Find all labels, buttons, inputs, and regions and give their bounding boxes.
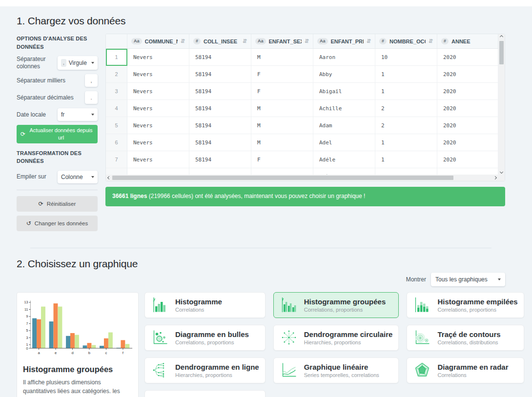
scroll-left-icon[interactable] — [107, 176, 111, 179]
table-cell[interactable]: 2020 — [437, 100, 498, 117]
table-cell[interactable]: F — [251, 168, 313, 175]
table-cell[interactable]: M — [251, 49, 313, 66]
table-cell[interactable]: 58194 — [189, 49, 251, 66]
column-name: ANNEE — [451, 39, 491, 44]
table-cell[interactable]: F — [251, 66, 313, 83]
stack-on-select[interactable]: Colonne — [58, 171, 98, 183]
table-cell[interactable]: 2020 — [437, 49, 498, 66]
chart-card-radar[interactable]: Diagramme en radar Correlations — [407, 357, 524, 383]
option-select[interactable]: fr — [58, 108, 98, 121]
column-name: ENFANT_SEXE — [269, 39, 302, 44]
table-cell[interactable]: Nevers — [127, 151, 189, 168]
vertical-scrollbar[interactable] — [498, 34, 505, 175]
option-select[interactable]: , Virgule — [58, 56, 98, 70]
table-cell[interactable]: 2 — [375, 100, 437, 117]
chart-card-stacked-bars[interactable]: Histogramme empilées Correlations, propo… — [407, 292, 524, 318]
table-cell[interactable]: 2020 — [437, 117, 498, 134]
chart-card-bars[interactable]: Histogramme Correlations — [144, 292, 266, 318]
refresh-from-url-button[interactable]: ⟳ Actualiser données depuis url — [17, 125, 98, 143]
row-number-cell[interactable]: 3 — [106, 83, 127, 100]
table-cell[interactable]: Nevers — [127, 168, 189, 175]
table-cell[interactable]: 2020 — [437, 66, 498, 83]
table-cell[interactable]: 10 — [375, 49, 437, 66]
table-cell[interactable]: 2020 — [437, 168, 498, 175]
column-header[interactable]: # COLL_INSEE ⇵ — [189, 34, 251, 48]
option-text-input[interactable]: , — [85, 74, 98, 87]
column-header[interactable]: Aa COMMUNE_NOM ⇵ — [127, 34, 189, 48]
svg-text:9: 9 — [26, 315, 28, 318]
chart-card-linear-dendrogram[interactable]: Dendrogramme en ligne Hierarchies, propo… — [144, 357, 266, 383]
table-cell[interactable]: 1 — [375, 66, 437, 83]
sort-icon[interactable]: ⇵ — [429, 38, 433, 44]
row-number-cell[interactable]: 8 — [106, 168, 127, 175]
table-cell[interactable]: 58194 — [189, 100, 251, 117]
sort-icon[interactable]: ⇵ — [243, 38, 247, 44]
chart-card-sunburst[interactable]: Diagramme sunburst — [144, 390, 266, 397]
chart-filter-select[interactable]: Tous les graphiques — [431, 273, 505, 286]
table-cell[interactable]: Nevers — [127, 66, 189, 83]
column-header[interactable]: # NOMBRE_OCC... ⇵ — [375, 34, 437, 48]
table-cell[interactable]: M — [251, 134, 313, 151]
sort-icon[interactable]: ⇵ — [181, 38, 185, 44]
table-cell[interactable]: Abby — [313, 66, 375, 83]
chart-card-circular-dendrogram[interactable]: Dendrogramme circulaire Hierarchies, pro… — [273, 325, 399, 351]
table-cell[interactable]: 58194 — [189, 168, 251, 175]
table-cell[interactable]: Nevers — [127, 100, 189, 117]
row-number-cell[interactable]: 1 — [106, 49, 127, 66]
table-cell[interactable]: Nevers — [127, 49, 189, 66]
column-header[interactable]: Aa ENFANT_SEXE ⇵ — [251, 34, 313, 48]
column-header[interactable]: # ANNEE — [437, 34, 498, 48]
table-cell[interactable]: F — [251, 83, 313, 100]
change-data-button[interactable]: ↺ Changer les données — [17, 216, 98, 231]
scroll-up-icon[interactable] — [500, 35, 503, 39]
horizontal-scrollbar[interactable] — [106, 175, 498, 181]
table-cell[interactable]: Adéle — [313, 151, 375, 168]
table-cell[interactable]: 58194 — [189, 117, 251, 134]
table-cell[interactable]: Adam — [313, 117, 375, 134]
chart-card-grouped-bars[interactable]: Histogramme groupées Correlations, propo… — [273, 292, 399, 318]
table-cell[interactable]: 2 — [375, 168, 437, 175]
table-cell[interactable]: 2020 — [437, 134, 498, 151]
chart-card-bubbles[interactable]: Diagramme en bulles Correlations, propor… — [144, 325, 266, 351]
table-cell[interactable]: Nevers — [127, 134, 189, 151]
table-cell[interactable]: 2 — [375, 117, 437, 134]
table-cell[interactable]: 1 — [375, 151, 437, 168]
table-cell[interactable]: Abigaïl — [313, 83, 375, 100]
row-number-cell[interactable]: 6 — [106, 134, 127, 151]
table-row: 5 Nevers58194MAdam22020 — [106, 117, 498, 134]
reset-button[interactable]: ⟳ Réinitialiser — [17, 196, 98, 212]
table-cell[interactable]: 58194 — [189, 151, 251, 168]
table-cell[interactable]: Adel — [313, 134, 375, 151]
table-cell[interactable]: 1 — [375, 134, 437, 151]
row-number-cell[interactable]: 4 — [106, 100, 127, 117]
table-cell[interactable]: 58194 — [189, 83, 251, 100]
table-cell[interactable]: 2020 — [437, 83, 498, 100]
table-cell[interactable]: 1 — [375, 83, 437, 100]
sort-icon[interactable]: ⇵ — [367, 38, 371, 44]
table-cell[interactable]: Aaron — [313, 49, 375, 66]
table-cell[interactable]: 2020 — [437, 151, 498, 168]
horizontal-scroll-thumb[interactable] — [112, 176, 453, 180]
chart-card-line-chart[interactable]: Graphique linéaire Series temporelles, c… — [273, 357, 399, 383]
chart-card-contours[interactable]: Traçé de contours Correlations, distribu… — [407, 325, 524, 351]
table-cell[interactable]: Nevers — [127, 117, 189, 134]
column-header[interactable]: Aa ENFANT_PREN... ⇵ — [313, 34, 375, 48]
scroll-right-icon[interactable] — [493, 176, 497, 179]
table-cell[interactable]: M — [251, 117, 313, 134]
option-text-input[interactable]: . — [85, 91, 98, 104]
table-cell[interactable]: F — [251, 151, 313, 168]
table-cell[interactable]: 58194 — [189, 134, 251, 151]
scroll-down-icon[interactable] — [500, 170, 503, 174]
vertical-scroll-thumb[interactable] — [499, 41, 504, 64]
table-cell[interactable]: Nevers — [127, 83, 189, 100]
table-row: 7 Nevers58194FAdéle12020 — [106, 151, 498, 168]
table-cell[interactable]: Adèle — [313, 168, 375, 175]
table-cell[interactable]: Achille — [313, 100, 375, 117]
row-number-cell[interactable]: 5 — [106, 117, 127, 134]
table-cell[interactable]: M — [251, 100, 313, 117]
sort-icon[interactable]: ⇵ — [305, 38, 309, 44]
table-cell[interactable]: 58194 — [189, 66, 251, 83]
row-number-cell[interactable]: 7 — [106, 151, 127, 168]
table-row: 6 Nevers58194MAdel12020 — [106, 134, 498, 151]
row-number-cell[interactable]: 2 — [106, 66, 127, 83]
